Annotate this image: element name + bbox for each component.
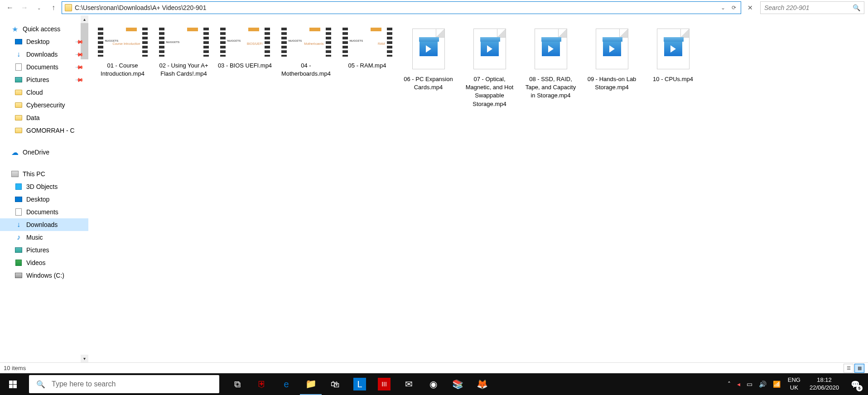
- sidebar-item-quick-access[interactable]: ★ Quick access: [0, 23, 88, 35]
- file-name-label: 07 - Optical, Magnetic, and Hot Swappabl…: [463, 75, 517, 108]
- clock[interactable]: 18:12 22/06/2020: [805, 376, 844, 392]
- drive-icon: [14, 271, 23, 279]
- sidebar-item-cybersecurity[interactable]: Cybersecurity: [0, 99, 88, 111]
- clock-time: 18:12: [817, 376, 832, 384]
- sidebar-item-label: Documents: [26, 63, 76, 71]
- file-item[interactable]: NUGGETSMotherboards04 - Motherboards.mp4: [275, 23, 337, 112]
- mail-icon[interactable]: ✉: [398, 373, 420, 395]
- taskbar-apps: ⧉ ⛨ e 📁 🛍 L III ✉ ◉ 📚 🦊: [227, 373, 493, 395]
- edge-icon[interactable]: e: [275, 373, 297, 395]
- up-button[interactable]: ↑: [47, 1, 60, 14]
- taskbar: 🔍 Type here to search ⧉ ⛨ e 📁 🛍 L III ✉ …: [0, 373, 868, 395]
- sidebar-item-pictures[interactable]: Pictures 📌: [0, 73, 88, 86]
- file-item[interactable]: 09 - Hands-on Lab Storage.mp4: [581, 23, 642, 112]
- video-thumbnail-frame: NUGGETSMotherboards: [281, 28, 331, 57]
- sidebar-item-documents[interactable]: Documents 📌: [0, 61, 88, 73]
- file-name-label: 03 - BIOS UEFI.mp4: [218, 62, 272, 70]
- lang-primary: ENG: [788, 376, 800, 384]
- search-box[interactable]: 🔍: [760, 1, 864, 14]
- language-indicator[interactable]: ENG UK: [784, 376, 804, 392]
- file-item[interactable]: NUGGETSRAM05 - RAM.mp4: [337, 23, 398, 112]
- refresh-icon[interactable]: ⟳: [730, 5, 738, 11]
- scrollbar-up-button[interactable]: ▴: [81, 15, 88, 23]
- calibre-icon[interactable]: 📚: [447, 373, 468, 395]
- mcafee-icon[interactable]: ⛨: [251, 373, 273, 395]
- forward-button[interactable]: →: [18, 1, 31, 14]
- sidebar-item-downloads[interactable]: ↓ Downloads 📌: [0, 48, 88, 61]
- icons-view-button[interactable]: ▦: [854, 364, 864, 373]
- start-button[interactable]: [0, 373, 25, 395]
- wifi-icon[interactable]: 📶: [770, 373, 783, 395]
- file-item[interactable]: 08 - SSD, RAID, Tape, and Capacity in St…: [520, 23, 581, 112]
- task-view-button[interactable]: ⧉: [227, 373, 248, 395]
- video-thumbnail-frame: NUGGETSBIOS/UEFI: [220, 28, 270, 57]
- file-grid: NUGGETSCourse Introduction01 - Course In…: [92, 23, 864, 116]
- address-bar[interactable]: ⌄ ⟳: [62, 1, 741, 14]
- navigation-pane: ▴ ▾ ★ Quick access Desktop 📌 ↓ Downloads…: [0, 15, 88, 362]
- pictures-icon: [14, 76, 23, 84]
- star-icon: ★: [11, 25, 19, 33]
- address-dropdown-icon[interactable]: ⌄: [719, 5, 727, 11]
- details-view-button[interactable]: ☰: [844, 364, 854, 373]
- sidebar-item-3d-objects[interactable]: 3D Objects: [0, 180, 88, 193]
- search-icon[interactable]: 🔍: [853, 4, 860, 11]
- sidebar-item-data[interactable]: Data: [0, 111, 88, 124]
- app-l-icon[interactable]: L: [353, 378, 366, 390]
- video-file-icon: [535, 29, 567, 69]
- sidebar-item-onedrive[interactable]: ☁ OneDrive: [0, 146, 88, 159]
- battery-icon[interactable]: ▭: [744, 373, 755, 395]
- file-item[interactable]: NUGGETSCourse Introduction01 - Course In…: [92, 23, 153, 112]
- sidebar-item-label: 3D Objects: [26, 183, 85, 190]
- search-input[interactable]: [764, 4, 853, 11]
- sidebar-item-gomorrah[interactable]: GOMORRAH - C: [0, 124, 88, 137]
- sidebar-item-music[interactable]: ♪ Music: [0, 231, 88, 244]
- file-thumbnail: NUGGETSCourse Introduction: [98, 26, 148, 58]
- sidebar-item-documents-pc[interactable]: Documents: [0, 206, 88, 218]
- scrollbar-down-button[interactable]: ▾: [81, 355, 88, 362]
- main-area: ▴ ▾ ★ Quick access Desktop 📌 ↓ Downloads…: [0, 15, 868, 362]
- file-item[interactable]: NUGGETSBIOS/UEFI03 - BIOS UEFI.mp4: [214, 23, 275, 112]
- address-close-button[interactable]: ✕: [745, 4, 756, 11]
- app-red-icon[interactable]: III: [378, 378, 391, 390]
- file-item[interactable]: 07 - Optical, Magnetic, and Hot Swappabl…: [459, 23, 520, 112]
- pin-icon: 📌: [75, 75, 84, 85]
- sidebar-item-label: Data: [26, 114, 85, 121]
- firefox-icon[interactable]: 🦊: [471, 373, 493, 395]
- music-icon: ♪: [14, 233, 23, 241]
- address-input[interactable]: [75, 4, 716, 11]
- sidebar-item-downloads-pc[interactable]: ↓ Downloads: [0, 218, 88, 231]
- clock-date: 22/06/2020: [810, 384, 839, 392]
- tray-location-icon[interactable]: ◂: [734, 373, 743, 395]
- sidebar-item-label: Documents: [26, 208, 85, 216]
- action-center-button[interactable]: 💬 5: [844, 373, 866, 395]
- file-item[interactable]: 10 - CPUs.mp4: [642, 23, 704, 112]
- sidebar-item-cloud[interactable]: Cloud: [0, 86, 88, 99]
- store-icon[interactable]: 🛍: [324, 373, 346, 395]
- video-thumbnail-frame: NUGGETSRAM: [342, 28, 392, 57]
- thumbnail-title-text: BIOS/UEFI: [227, 42, 263, 45]
- sidebar-item-this-pc[interactable]: This PC: [0, 168, 88, 180]
- desktop-icon: [14, 38, 23, 46]
- chrome-icon[interactable]: ◉: [422, 373, 444, 395]
- file-list-view[interactable]: NUGGETSCourse Introduction01 - Course In…: [88, 15, 868, 362]
- sidebar-item-videos[interactable]: Videos: [0, 256, 88, 269]
- sidebar-item-desktop-pc[interactable]: Desktop: [0, 193, 88, 206]
- tray-overflow-button[interactable]: ˄: [725, 373, 733, 395]
- thumbnail-title-text: Course Introduction: [105, 42, 140, 45]
- file-item[interactable]: 06 - PC Expansion Cards.mp4: [398, 23, 459, 112]
- back-button[interactable]: ←: [4, 1, 16, 14]
- file-thumbnail: [587, 26, 637, 72]
- taskbar-search[interactable]: 🔍 Type here to search: [29, 375, 219, 393]
- sidebar-item-drive-c[interactable]: Windows (C:): [0, 269, 88, 282]
- sidebar-item-desktop[interactable]: Desktop 📌: [0, 35, 88, 48]
- sidebar-item-label: Windows (C:): [26, 272, 85, 279]
- file-thumbnail: [465, 26, 515, 72]
- recent-locations-button[interactable]: ⌄: [33, 1, 45, 14]
- file-item[interactable]: NUGGETS02 - Using Your A+ Flash Cards!.m…: [153, 23, 214, 112]
- volume-icon[interactable]: 🔊: [756, 373, 769, 395]
- file-explorer-icon[interactable]: 📁: [300, 373, 322, 395]
- file-thumbnail: [526, 26, 576, 72]
- pictures-icon: [14, 246, 23, 254]
- desktop-icon: [14, 195, 23, 203]
- sidebar-item-pictures-pc[interactable]: Pictures: [0, 244, 88, 256]
